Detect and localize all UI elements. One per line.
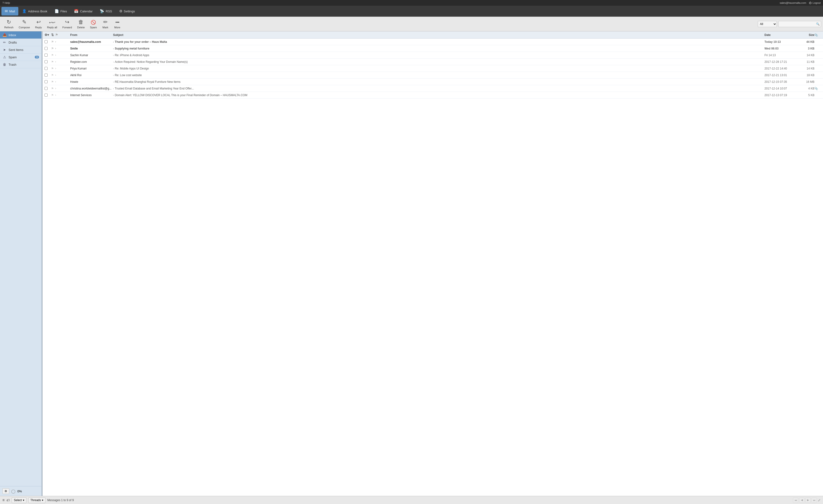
flag-icon[interactable]: ⚑: [51, 67, 54, 70]
email-subject: ›Domain Alert: YELLOW DISCOVER LOCAL Thi…: [113, 94, 765, 97]
drafts-sidebar-label: Drafts: [9, 41, 17, 44]
spam-icon: 🚫: [91, 19, 96, 25]
flag-icon[interactable]: ⚑: [51, 80, 54, 83]
email-row[interactable]: ⚑ › sales@hausmalta.com ›Thank you for y…: [43, 38, 823, 45]
rss-nav-icon: 📡: [100, 9, 104, 13]
email-row[interactable]: ⚑ › Register.com ›Action Required: Notic…: [43, 58, 823, 65]
sort-arrow-icon[interactable]: ⇅: [51, 33, 54, 37]
email-row[interactable]: ⚑ › Internet Services ›Domain Alert: YEL…: [43, 92, 823, 99]
expand-icon[interactable]: ⤢: [818, 498, 821, 502]
sidebar-item-sent[interactable]: ➤Sent Items: [0, 46, 41, 53]
date-column-header[interactable]: Date: [765, 33, 800, 37]
logout-button[interactable]: ⏻ Logout: [809, 1, 821, 4]
nav-item-calendar[interactable]: 📅Calendar: [71, 7, 96, 15]
mark-toolbar-button[interactable]: ✏Mark: [100, 18, 111, 30]
email-date: Fri 14:13: [765, 53, 800, 57]
email-from: Howie: [70, 80, 113, 83]
pager-next-button[interactable]: ▶: [805, 498, 811, 503]
spam-toolbar-button[interactable]: 🚫Spam: [88, 18, 99, 30]
email-checkbox[interactable]: [44, 80, 48, 83]
list-view-icon[interactable]: ≡: [2, 498, 5, 502]
flag-icon[interactable]: ⚑: [51, 47, 54, 50]
reply-toolbar-button[interactable]: ↩Reply: [33, 18, 44, 30]
nav-item-rss[interactable]: 📡RSS: [97, 7, 116, 15]
sidebar-item-spam[interactable]: ⚠Spam3: [0, 53, 41, 61]
nav-item-mail[interactable]: ✉Mail: [1, 7, 18, 15]
pager-last-button[interactable]: ⏭: [812, 498, 817, 503]
reply-all-toolbar-button[interactable]: ↩↩Reply all: [45, 18, 59, 30]
threads-button[interactable]: Threads ▾: [28, 497, 45, 503]
email-checkbox[interactable]: [44, 94, 48, 97]
refresh-label: Refresh: [4, 26, 14, 29]
mark-icon: ✏: [103, 19, 108, 25]
settings-header-icon[interactable]: ⚙▾: [44, 33, 49, 37]
flag-icon[interactable]: ⚑: [51, 60, 54, 63]
subject-column-header[interactable]: Subject: [113, 33, 765, 37]
tag-icon[interactable]: 🏷: [6, 498, 10, 502]
email-subject: ›Trusted Email Database and Email Market…: [113, 87, 765, 90]
flag-icon[interactable]: ⚑: [51, 73, 54, 77]
top-bar: ? Help sales@hausmalta.com ⏻ Logout: [0, 0, 823, 6]
nav-bar: ✉Mail👤Address Book📄Files📅Calendar📡RSS⚙Se…: [0, 6, 823, 17]
email-checkbox[interactable]: [44, 40, 48, 43]
search-icon: 🔍: [816, 22, 820, 26]
email-row[interactable]: ⚑ › christina.worldwideemaillist@g... ›T…: [43, 85, 823, 92]
forward-label: Forward: [62, 26, 72, 29]
nav-item-addressbook[interactable]: 👤Address Book: [19, 7, 51, 15]
email-date: Wed 06:03: [765, 47, 800, 50]
spam-sidebar-label: Spam: [9, 55, 17, 59]
compose-icon: ✎: [22, 19, 26, 25]
email-checkbox[interactable]: [44, 60, 48, 63]
nav-item-settings[interactable]: ⚙Settings: [116, 7, 138, 15]
sidebar-item-trash[interactable]: 🗑Trash: [0, 61, 41, 68]
email-row[interactable]: ⚑ › Akhil Roi ›Re: Low cost website 2017…: [43, 72, 823, 78]
email-row[interactable]: ⚑ › Priya Kumari ›Re: Mobile Apps UI Des…: [43, 65, 823, 72]
calendar-nav-label: Calendar: [80, 9, 93, 13]
forward-icon: ↪: [65, 19, 69, 25]
flag-icon[interactable]: ⚑: [51, 87, 54, 90]
pager-prev-button[interactable]: ◀: [799, 498, 804, 503]
more-label: More: [114, 26, 120, 29]
forward-toolbar-button[interactable]: ↪Forward: [60, 18, 74, 30]
email-checkbox[interactable]: [44, 87, 48, 90]
search-input[interactable]: [778, 21, 821, 27]
email-checkbox[interactable]: [44, 67, 48, 70]
email-checkbox[interactable]: [44, 47, 48, 50]
refresh-toolbar-button[interactable]: ↻Refresh: [2, 18, 16, 30]
flag-icon[interactable]: ⚑: [51, 53, 54, 57]
size-column-header[interactable]: Size: [800, 33, 814, 37]
email-checkbox[interactable]: [44, 53, 48, 57]
sidebar-item-inbox[interactable]: 📥Inbox: [0, 31, 41, 39]
reply-all-icon: ↩↩: [49, 19, 55, 25]
email-row[interactable]: ⚑ › Smile ›Supplying metal furniture Wed…: [43, 45, 823, 52]
delete-toolbar-button[interactable]: 🗑Delete: [75, 18, 87, 30]
arrow-indicator: ›: [55, 40, 56, 43]
email-subject: ›RE:Hausmalta:Shanghai Royal Furniture N…: [113, 80, 765, 83]
from-column-header[interactable]: From: [70, 33, 113, 37]
compose-toolbar-button[interactable]: ✎Compose: [16, 18, 32, 30]
delete-icon: 🗑: [78, 19, 84, 25]
select-button[interactable]: Select ▾: [12, 497, 26, 503]
arrow-indicator: ›: [55, 94, 56, 97]
filter-select[interactable]: AllUnreadFlaggedUnanswered: [758, 21, 777, 27]
email-date: 2017-12-13 07:19: [765, 94, 800, 97]
status-bar: ≡ 🏷 Select ▾ Threads ▾ Messages 1 to 9 o…: [0, 496, 823, 504]
nav-item-files[interactable]: 📄Files: [51, 7, 70, 15]
email-row[interactable]: ⚑ › Sachin Kumar ›Re: iPhone & Android A…: [43, 52, 823, 58]
email-row[interactable]: ⚑ › Howie ›RE:Hausmalta:Shanghai Royal F…: [43, 78, 823, 85]
email-size: 5 KB: [800, 94, 814, 97]
sidebar-item-drafts[interactable]: ✏Drafts: [0, 39, 41, 46]
attachment-icon: 📎: [814, 87, 818, 90]
flag-icon[interactable]: ⚑: [51, 94, 54, 97]
email-from: Priya Kumari: [70, 67, 113, 70]
email-checkbox[interactable]: [44, 73, 48, 76]
more-toolbar-button[interactable]: •••More: [112, 18, 123, 30]
mail-nav-icon: ✉: [5, 9, 8, 13]
flag-header-icon[interactable]: ⚑: [55, 33, 58, 37]
help-link[interactable]: ? Help: [2, 1, 10, 4]
flag-icon[interactable]: ⚑: [51, 40, 54, 43]
email-size: 11 KB: [800, 60, 814, 63]
sidebar-settings-button[interactable]: ⚙: [2, 488, 9, 494]
pager-first-button[interactable]: ⏮: [793, 498, 798, 503]
subject-arrow: ›: [113, 74, 114, 76]
